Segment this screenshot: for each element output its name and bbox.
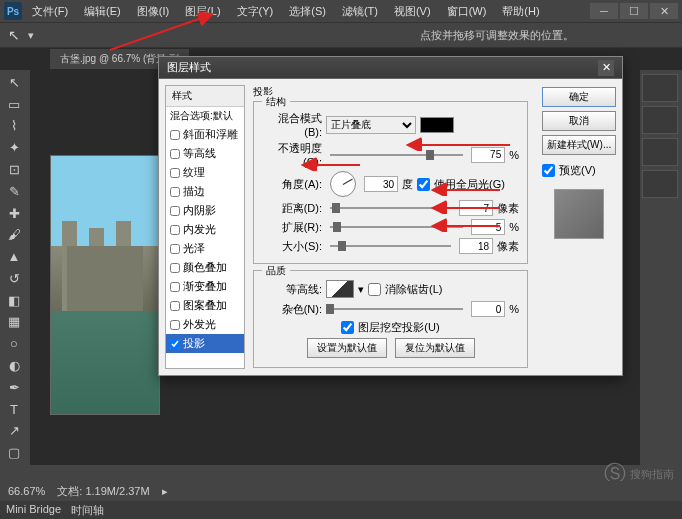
move-tool[interactable]: ↖	[2, 72, 26, 93]
document-canvas[interactable]	[50, 155, 160, 415]
eraser-tool[interactable]: ◧	[2, 290, 26, 311]
maximize-button[interactable]: ☐	[620, 3, 648, 19]
style-item-satin[interactable]: 光泽	[166, 239, 244, 258]
distance-input[interactable]	[459, 200, 493, 216]
style-item-gradient-overlay[interactable]: 渐变叠加	[166, 277, 244, 296]
style-checkbox[interactable]	[170, 263, 180, 273]
reset-default-button[interactable]: 复位为默认值	[395, 338, 475, 358]
spread-slider[interactable]	[330, 226, 463, 228]
distance-slider[interactable]	[330, 207, 451, 209]
knockout-checkbox[interactable]	[341, 321, 354, 334]
eyedropper-tool[interactable]: ✎	[2, 181, 26, 202]
set-default-button[interactable]: 设置为默认值	[307, 338, 387, 358]
style-item-drop-shadow[interactable]: 投影	[166, 334, 244, 353]
style-checkbox[interactable]	[170, 206, 180, 216]
settings-panel: 投影 结构 混合模式(B): 正片叠底 不透明度(O): % 角度(A):	[245, 79, 536, 375]
menu-image[interactable]: 图像(I)	[131, 2, 175, 21]
menu-select[interactable]: 选择(S)	[283, 2, 332, 21]
style-checkbox[interactable]	[170, 244, 180, 254]
angle-input[interactable]	[364, 176, 398, 192]
dialog-title: 图层样式	[167, 60, 211, 75]
cancel-button[interactable]: 取消	[542, 111, 616, 131]
spread-input[interactable]	[471, 219, 505, 235]
menu-window[interactable]: 窗口(W)	[441, 2, 493, 21]
size-slider[interactable]	[330, 245, 451, 247]
doc-size: 文档: 1.19M/2.37M	[57, 484, 149, 499]
mini-bridge-tab[interactable]: Mini Bridge	[6, 503, 61, 517]
timeline-tab[interactable]: 时间轴	[71, 503, 104, 517]
style-item-texture[interactable]: 纹理	[166, 163, 244, 182]
style-checkbox[interactable]	[170, 282, 180, 292]
style-item-contour[interactable]: 等高线	[166, 144, 244, 163]
style-checkbox[interactable]	[170, 149, 180, 159]
menu-edit[interactable]: 编辑(E)	[78, 2, 127, 21]
menu-file[interactable]: 文件(F)	[26, 2, 74, 21]
style-checkbox[interactable]	[170, 225, 180, 235]
wand-tool[interactable]: ✦	[2, 137, 26, 158]
noise-slider[interactable]	[330, 308, 463, 310]
shape-tool[interactable]: ▢	[2, 442, 26, 463]
menu-view[interactable]: 视图(V)	[388, 2, 437, 21]
crop-tool[interactable]: ⊡	[2, 159, 26, 180]
ok-button[interactable]: 确定	[542, 87, 616, 107]
menu-help[interactable]: 帮助(H)	[496, 2, 545, 21]
minimize-button[interactable]: ─	[590, 3, 618, 19]
stamp-tool[interactable]: ▲	[2, 246, 26, 267]
heal-tool[interactable]: ✚	[2, 203, 26, 224]
styles-header[interactable]: 样式	[166, 86, 244, 107]
color-panel-icon[interactable]	[642, 74, 678, 102]
style-checkbox[interactable]	[170, 320, 180, 330]
section-drop-shadow: 投影	[253, 85, 528, 99]
chevron-down-icon[interactable]: ▾	[358, 283, 364, 296]
blur-tool[interactable]: ○	[2, 333, 26, 354]
chevron-down-icon[interactable]: ▾	[28, 29, 34, 42]
blend-options-item[interactable]: 混合选项:默认	[166, 107, 244, 125]
lasso-tool[interactable]: ⌇	[2, 116, 26, 137]
opacity-slider[interactable]	[330, 154, 463, 156]
brush-tool[interactable]: 🖌	[2, 224, 26, 245]
style-item-outer-glow[interactable]: 外发光	[166, 315, 244, 334]
style-checkbox[interactable]	[170, 301, 180, 311]
menu-type[interactable]: 文字(Y)	[231, 2, 280, 21]
antialias-checkbox[interactable]	[368, 283, 381, 296]
style-item-inner-glow[interactable]: 内发光	[166, 220, 244, 239]
size-input[interactable]	[459, 238, 493, 254]
shadow-color-swatch[interactable]	[420, 117, 454, 133]
angle-dial[interactable]	[330, 171, 356, 197]
adjustments-panel-icon[interactable]	[642, 138, 678, 166]
noise-input[interactable]	[471, 301, 505, 317]
menu-layer[interactable]: 图层(L)	[179, 2, 226, 21]
history-brush-tool[interactable]: ↺	[2, 268, 26, 289]
style-item-stroke[interactable]: 描边	[166, 182, 244, 201]
style-checkbox[interactable]	[170, 168, 180, 178]
swatches-panel-icon[interactable]	[642, 106, 678, 134]
style-checkbox[interactable]	[170, 339, 180, 349]
path-tool[interactable]: ↗	[2, 421, 26, 442]
marquee-tool[interactable]: ▭	[2, 94, 26, 115]
type-tool[interactable]: T	[2, 399, 26, 420]
global-light-checkbox[interactable]	[417, 178, 430, 191]
dialog-close-button[interactable]: ✕	[598, 60, 614, 76]
zoom-level[interactable]: 66.67%	[8, 485, 45, 497]
close-button[interactable]: ✕	[650, 3, 678, 19]
menu-filter[interactable]: 滤镜(T)	[336, 2, 384, 21]
dodge-tool[interactable]: ◐	[2, 355, 26, 376]
opacity-input[interactable]	[471, 147, 505, 163]
chevron-right-icon[interactable]: ▸	[162, 485, 168, 498]
pen-tool[interactable]: ✒	[2, 377, 26, 398]
style-checkbox[interactable]	[170, 130, 180, 140]
style-item-pattern-overlay[interactable]: 图案叠加	[166, 296, 244, 315]
toolbox: ↖ ▭ ⌇ ✦ ⊡ ✎ ✚ 🖌 ▲ ↺ ◧ ▦ ○ ◐ ✒ T ↗ ▢	[0, 70, 30, 465]
app-logo: Ps	[4, 2, 22, 20]
contour-picker[interactable]	[326, 280, 354, 298]
style-item-inner-shadow[interactable]: 内阴影	[166, 201, 244, 220]
gradient-tool[interactable]: ▦	[2, 312, 26, 333]
style-checkbox[interactable]	[170, 187, 180, 197]
style-item-color-overlay[interactable]: 颜色叠加	[166, 258, 244, 277]
blend-mode-select[interactable]: 正片叠底	[326, 116, 416, 134]
layers-panel-icon[interactable]	[642, 170, 678, 198]
preview-checkbox[interactable]	[542, 164, 555, 177]
style-item-bevel[interactable]: 斜面和浮雕	[166, 125, 244, 144]
new-style-button[interactable]: 新建样式(W)...	[542, 135, 616, 155]
size-unit: 像素	[497, 239, 519, 254]
